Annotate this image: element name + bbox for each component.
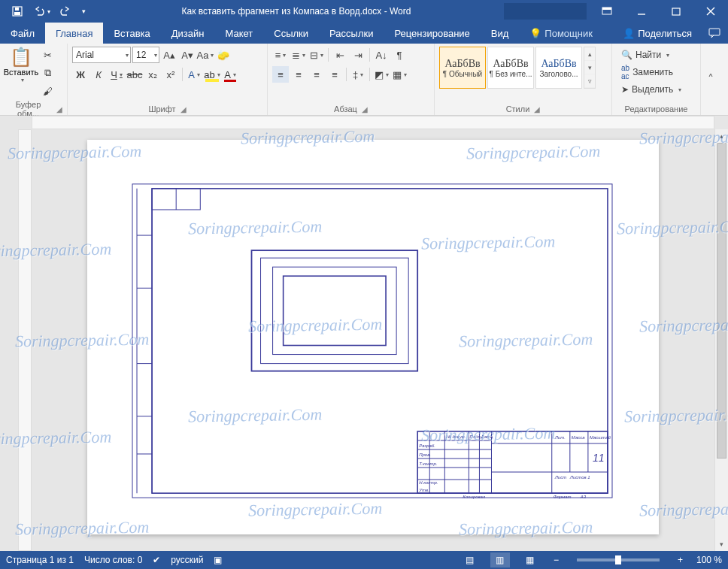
borders-button[interactable]: ▦▾ [391,66,408,83]
shrink-font-button[interactable]: A▾ [179,47,196,63]
svg-rect-9 [709,29,720,35]
svg-text:Лит.: Лит. [554,435,566,440]
share-button[interactable]: 👤 Поделиться [614,23,701,44]
close-button[interactable] [693,0,728,23]
line-spacing-button[interactable]: ‡▾ [350,66,366,83]
collapse-ribbon-button[interactable]: ˄ [701,44,720,115]
paragraph-dialog-launcher[interactable]: ◢ [362,105,368,113]
vertical-scrollbar[interactable]: ▴ ▾ [714,129,728,551]
text-effects-button[interactable]: A▾ [186,66,202,83]
word-count[interactable]: Число слов: 0 [84,555,142,565]
macro-record-icon[interactable]: ▣ [214,555,222,565]
font-dialog-launcher[interactable]: ◢ [180,105,187,113]
redo-button[interactable] [54,1,77,22]
style-nospacing[interactable]: АаБбВв ¶ Без инте... [487,47,534,89]
embedded-drawing[interactable]: № докум. Подп. Дата Разраб. Пров. Т.конт… [131,181,614,501]
tab-review[interactable]: Рецензирование [384,23,480,44]
tab-mailings[interactable]: Рассылки [319,23,384,44]
svg-text:Дата: Дата [480,434,493,439]
style-normal-label: ¶ Обычный [443,70,482,78]
style-expand[interactable]: ▿ [584,74,595,88]
page-status[interactable]: Страница 1 из 1 [6,555,74,565]
paste-button[interactable]: 📋 Вставить ▾ [5,47,38,83]
format-painter-button[interactable]: 🖌 [39,83,56,99]
tab-home[interactable]: Главная [45,23,103,44]
ribbon-display-options[interactable] [590,0,624,23]
save-button[interactable] [6,1,29,22]
scroll-up[interactable]: ▴ [715,129,728,143]
bullets-button[interactable]: ≡▾ [272,47,289,63]
account-badge[interactable] [504,3,587,20]
tab-references[interactable]: Ссылки [263,23,319,44]
align-right-button[interactable]: ≡ [308,66,325,83]
subscript-button[interactable]: x₂ [144,66,161,83]
horizontal-ruler[interactable] [32,116,714,129]
font-name-value: Arial [76,50,94,60]
italic-button[interactable]: К [90,66,107,83]
increase-indent-button[interactable]: ⇥ [350,47,366,63]
tab-design[interactable]: Дизайн [161,23,215,44]
vertical-ruler[interactable] [18,129,32,551]
comments-button[interactable] [701,23,728,44]
change-case-button[interactable]: Aa▾ [197,47,214,63]
tab-view[interactable]: Вид [481,23,520,44]
justify-button[interactable]: ≡ [326,66,343,83]
font-name-combo[interactable]: Arial▾ [72,47,131,63]
strikethrough-button[interactable]: abc [126,66,143,83]
multilevel-list-button[interactable]: ⊟▾ [308,47,325,63]
tab-insert[interactable]: Вставка [103,23,160,44]
cut-button[interactable]: ✂ [39,47,56,63]
select-button[interactable]: ➤Выделить▾ [617,81,686,98]
styles-dialog-launcher[interactable]: ◢ [534,105,540,113]
svg-rect-11 [152,189,608,493]
style-scroll-down[interactable]: ▾ [584,61,595,74]
svg-rect-2 [15,8,19,11]
highlight-button[interactable]: ab▾ [204,66,220,83]
replace-button[interactable]: abacЗаменить [617,64,686,80]
underline-button[interactable]: Ч▾ [108,66,125,83]
superscript-button[interactable]: x² [162,66,179,83]
zoom-out-button[interactable]: − [551,555,562,565]
svg-text:Подп.: Подп. [469,434,481,439]
maximize-button[interactable] [659,0,693,23]
style-heading1[interactable]: АаБбВв Заголово... [535,47,582,89]
print-layout-button[interactable]: ▥ [490,552,510,567]
zoom-in-button[interactable]: + [675,555,686,565]
undo-button[interactable]: ▾ [30,1,53,22]
scroll-down[interactable]: ▾ [715,537,728,551]
scroll-thumb[interactable] [717,143,726,459]
style-scroll-up[interactable]: ▴ [584,47,595,61]
style-gallery[interactable]: АаБбВв ¶ Обычный АаБбВв ¶ Без инте... Аа… [439,47,596,89]
minimize-button[interactable] [624,0,659,23]
copy-button[interactable]: ⧉ [39,65,56,81]
clipboard-dialog-launcher[interactable]: ◢ [56,105,62,113]
read-mode-button[interactable]: ▤ [460,552,480,567]
qat-customize[interactable]: ▾ [78,1,89,22]
style-normal[interactable]: АаБбВв ¶ Обычный [439,47,486,89]
align-left-button[interactable]: ≡ [272,66,289,83]
numbering-button[interactable]: ≣▾ [290,47,307,63]
font-size-combo[interactable]: 12▾ [132,47,159,63]
grow-font-button[interactable]: A▴ [161,47,177,63]
document-viewport[interactable]: № докум. Подп. Дата Разраб. Пров. Т.конт… [32,129,714,551]
align-center-button[interactable]: ≡ [290,66,307,83]
replace-label: Заменить [632,67,673,77]
svg-rect-6 [672,8,680,15]
show-hide-button[interactable]: ¶ [391,47,408,63]
zoom-level[interactable]: 100 % [696,555,722,565]
tab-layout[interactable]: Макет [214,23,263,44]
find-button[interactable]: 🔍Найти▾ [617,47,686,63]
svg-text:Н.контр.: Н.контр. [419,480,438,485]
language-status[interactable]: русский [171,555,203,565]
decrease-indent-button[interactable]: ⇤ [332,47,348,63]
clear-formatting-button[interactable]: 🧽 [215,47,232,63]
tell-me-input[interactable]: 💡 Помощник [519,23,603,44]
web-layout-button[interactable]: ▦ [520,552,540,567]
tab-file[interactable]: Файл [0,23,45,44]
zoom-slider[interactable] [577,558,660,561]
bold-button[interactable]: Ж [72,66,89,83]
font-color-button[interactable]: А▾ [222,66,238,83]
sort-button[interactable]: A↓ [373,47,390,63]
spellcheck-icon[interactable]: ✔ [153,555,160,565]
shading-button[interactable]: ◩▾ [373,66,390,83]
